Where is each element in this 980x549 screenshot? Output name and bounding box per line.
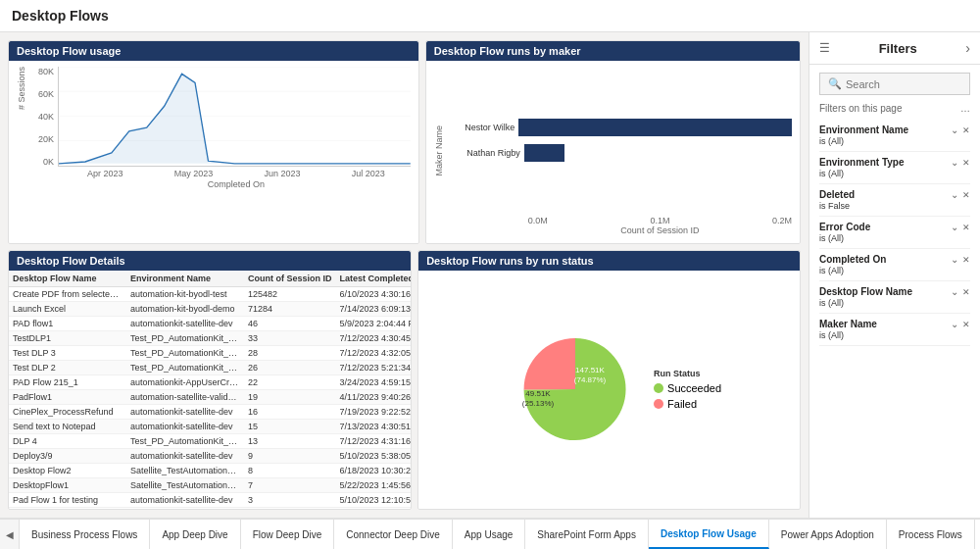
filter-items-container: Environment Name ⌄ ✕ is (All) Environmen… — [819, 120, 970, 346]
bar-fill-1 — [518, 119, 792, 136]
bar-row-2: Nathan Rigby — [446, 144, 792, 162]
filter-item: Maker Name ⌄ ✕ is (All) — [819, 314, 970, 346]
table-row: PAD Flow 215_1automationkit-AppUserCreat… — [9, 375, 411, 390]
col-latest-completed: Latest Completed On — [336, 271, 412, 287]
maker-x-axis: 0.0M 0.1M 0.2M — [528, 214, 792, 225]
legend-failed: Failed — [654, 398, 721, 410]
tab-business-process-flows[interactable]: Business Process Flows — [20, 520, 150, 549]
table-row: Test DLP 3Test_PD_AutomationKit_Satellit… — [9, 346, 411, 361]
table-row: Desktop Flow2Satellite_TestAutomationKIT… — [9, 464, 411, 478]
tab-app-deep-dive[interactable]: App Deep Dive — [150, 520, 240, 549]
table-row: Create PDF from selected PDF page(s) - C… — [9, 287, 411, 302]
maker-x-title: Count of Session ID — [528, 225, 792, 235]
table-row: CinePlex_ProcessRefundautomationkit-sate… — [9, 405, 411, 420]
usage-chart-body — [58, 67, 411, 167]
usage-x-axis: Apr 2023 May 2023 Jun 2023 Jul 2023 — [62, 167, 411, 178]
filter-item: Completed On ⌄ ✕ is (All) — [819, 249, 970, 281]
maker-label-1: Nestor Wilke — [446, 123, 518, 132]
pie-failed — [524, 338, 575, 389]
col-env-name: Environment Name — [126, 271, 244, 287]
legend-dot-failed — [654, 399, 663, 409]
search-input[interactable] — [846, 78, 961, 90]
maker-y-label: Maker Name — [434, 125, 444, 176]
table-row: TestDLP1Test_PD_AutomationKit_Satellite3… — [9, 331, 411, 346]
run-status-legend-title: Run Status — [654, 369, 721, 378]
table-row: Send text to Notepadautomationkit-satell… — [9, 420, 411, 434]
tab-sharepoint-form-apps[interactable]: SharePoint Form Apps — [525, 520, 649, 549]
filters-header: ☰ Filters › — [809, 32, 980, 65]
flow-details-table: Desktop Flow Name Environment Name Count… — [9, 271, 411, 508]
filter-item: Deleted ⌄ ✕ is False — [819, 184, 970, 217]
filter-reset-icon[interactable]: ✕ — [962, 158, 970, 168]
filter-item: Desktop Flow Name ⌄ ✕ is (All) — [819, 281, 970, 314]
filter-reset-icon[interactable]: ✕ — [962, 190, 970, 200]
tabs-container: Business Process FlowsApp Deep DiveFlow … — [20, 520, 980, 549]
bottom-tabs: ◀ Business Process FlowsApp Deep DiveFlo… — [0, 518, 980, 549]
filter-chevron-icon[interactable]: ⌄ — [951, 157, 958, 168]
filters-title: Filters — [879, 41, 917, 56]
filter-item: Error Code ⌄ ✕ is (All) — [819, 217, 970, 249]
maker-label-2: Nathan Rigby — [446, 148, 524, 158]
table-header: Desktop Flow Name Environment Name Count… — [9, 271, 411, 287]
usage-y-axis: 80K 60K 40K 20K 0K — [28, 67, 58, 167]
table-title: Desktop Flow Details — [9, 251, 411, 271]
usage-y-label: # Sessions — [17, 67, 26, 110]
legend-succeeded: Succeeded — [654, 382, 721, 394]
table-row: Test DLP 2Test_PD_AutomationKit_Satellit… — [9, 361, 411, 375]
filter-chevron-icon[interactable]: ⌄ — [951, 254, 958, 265]
table-scroll[interactable]: Desktop Flow Name Environment Name Count… — [9, 271, 411, 509]
filter-reset-icon[interactable]: ✕ — [962, 287, 970, 297]
filter-reset-icon[interactable]: ✕ — [962, 223, 970, 232]
bar-row-1: Nestor Wilke — [446, 119, 792, 136]
pie-succeeded-label: (74.87%) — [574, 375, 607, 384]
tab-desktop-flow-usage[interactable]: Desktop Flow Usage — [649, 520, 769, 549]
table-row: DesktopFlow1Satellite_TestAutomationKIT7… — [9, 478, 411, 493]
table-card: Desktop Flow Details Desktop Flow Name E… — [8, 250, 412, 510]
table-row: DLP 4Test_PD_AutomationKit_Satellite137/… — [9, 434, 411, 449]
dashboard: Desktop Flow usage # Sessions 80K 60K 40… — [0, 32, 808, 518]
filter-item: Environment Type ⌄ ✕ is (All) — [819, 152, 970, 184]
status-chart-card: Desktop Flow runs by run status — [417, 250, 801, 510]
maker-bar-chart: Nestor Wilke Nathan Rigby — [446, 67, 792, 214]
pie-area: 147.51K (74.87%) 49.51K (25.13%) Run Sta… — [426, 276, 792, 501]
usage-x-label: Completed On — [62, 179, 411, 189]
tab-app-usage[interactable]: App Usage — [453, 520, 525, 549]
status-chart-title: Desktop Flow runs by run status — [418, 251, 800, 271]
table-row: PAD flow1automationkit-satellite-dev465/… — [9, 317, 411, 331]
filters-on-page-section: Filters on this page … Environment Name … — [809, 103, 980, 346]
table-body: Create PDF from selected PDF page(s) - C… — [9, 287, 411, 508]
filter-chevron-icon[interactable]: ⌄ — [951, 125, 958, 135]
pie-failed-label: (25.13%) — [522, 399, 555, 408]
maker-chart-title: Desktop Flow runs by maker — [426, 41, 800, 61]
filters-on-page-title: Filters on this page … — [819, 103, 970, 114]
filter-reset-icon[interactable]: ✕ — [962, 125, 970, 135]
filter-icon: ☰ — [819, 41, 830, 55]
filter-reset-icon[interactable]: ✕ — [962, 255, 970, 265]
search-box[interactable]: 🔍 — [819, 73, 970, 95]
tab-connector-deep-dive[interactable]: Connector Deep Dive — [334, 520, 453, 549]
filter-chevron-icon[interactable]: ⌄ — [951, 286, 958, 297]
usage-chart-card: Desktop Flow usage # Sessions 80K 60K 40… — [8, 40, 419, 244]
usage-chart-title: Desktop Flow usage — [9, 41, 418, 61]
pie-failed-pct-label: 49.51K — [525, 389, 551, 398]
table-row: Launch Excelautomation-kit-byodl-demo712… — [9, 302, 411, 317]
table-row: PadFlow1automation-satellite-validation1… — [9, 390, 411, 405]
pie-chart-svg: 147.51K (74.87%) 49.51K (25.13%) — [497, 325, 654, 453]
filter-reset-icon[interactable]: ✕ — [962, 320, 970, 329]
filters-close-button[interactable]: › — [965, 40, 970, 56]
table-row: Deploy3/9automationkit-satellite-dev95/1… — [9, 449, 411, 464]
tab-power-apps-adoption[interactable]: Power Apps Adoption — [769, 520, 887, 549]
filter-chevron-icon[interactable]: ⌄ — [951, 222, 958, 232]
tab-process-flows[interactable]: Process Flows — [887, 520, 975, 549]
tab-flow-deep-dive[interactable]: Flow Deep Dive — [241, 520, 335, 549]
search-icon: 🔍 — [828, 77, 842, 90]
col-flow-name: Desktop Flow Name — [9, 271, 126, 287]
legend-label-failed: Failed — [667, 398, 697, 410]
filter-chevron-icon[interactable]: ⌄ — [951, 189, 958, 200]
col-session-count: Count of Session ID — [244, 271, 336, 287]
filter-item: Environment Name ⌄ ✕ is (All) — [819, 120, 970, 152]
table-row: Pad Flow 1 for testingautomationkit-sate… — [9, 493, 411, 508]
filter-chevron-icon[interactable]: ⌄ — [951, 319, 958, 329]
filters-panel: ☰ Filters › 🔍 Filters on this page … Env… — [808, 32, 980, 518]
tabs-nav-left[interactable]: ◀ — [0, 520, 20, 549]
